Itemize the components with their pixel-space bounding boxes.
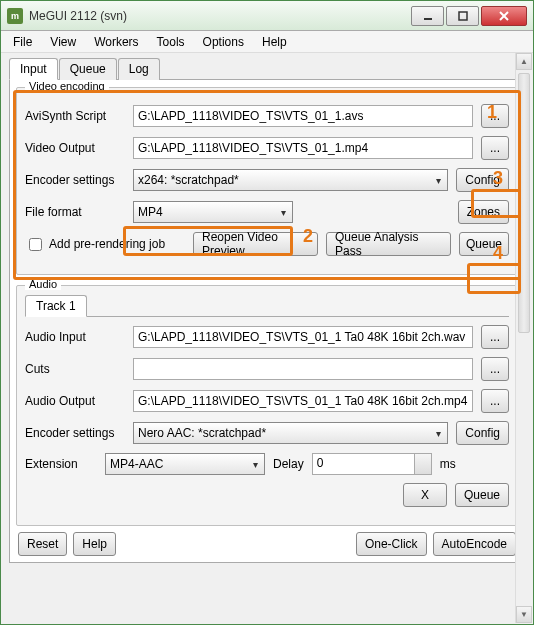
avisynth-browse-button[interactable]: ... [481,104,509,128]
avisynth-label: AviSynth Script [25,109,125,123]
extension-label: Extension [25,457,97,471]
cuts-label: Cuts [25,362,125,376]
delay-unit: ms [440,457,456,471]
close-button[interactable] [481,6,527,26]
audio-delete-button[interactable]: X [403,483,447,507]
audio-output-browse-button[interactable]: ... [481,389,509,413]
help-button[interactable]: Help [73,532,116,556]
reopen-preview-button[interactable]: Reopen Video Preview [193,232,318,256]
video-output-input[interactable]: G:\LAPD_1118\VIDEO_TS\VTS_01_1.mp4 [133,137,473,159]
audio-output-label: Audio Output [25,394,125,408]
window-title: MeGUI 2112 (svn) [29,9,409,23]
menu-options[interactable]: Options [195,33,252,51]
menu-file[interactable]: File [5,33,40,51]
file-format-combo[interactable]: MP4 [133,201,293,223]
scroll-down-icon[interactable]: ▼ [516,606,532,623]
delay-label: Delay [273,457,304,471]
add-prerender-checkbox[interactable] [29,238,42,251]
cuts-browse-button[interactable]: ... [481,357,509,381]
audio-config-button[interactable]: Config [456,421,509,445]
app-icon: m [7,8,23,24]
scroll-up-icon[interactable]: ▲ [516,53,532,70]
maximize-button[interactable] [446,6,479,26]
file-format-label: File format [25,205,125,219]
minimize-button[interactable] [411,6,444,26]
autoencode-button[interactable]: AutoEncode [433,532,516,556]
cuts-field[interactable] [133,358,473,380]
queue-analysis-button[interactable]: Queue Analysis Pass [326,232,451,256]
oneclick-button[interactable]: One-Click [356,532,427,556]
audio-track-tab[interactable]: Track 1 [25,295,87,317]
scroll-thumb[interactable] [518,73,530,333]
menu-view[interactable]: View [42,33,84,51]
audio-encoder-label: Encoder settings [25,426,125,440]
add-prerender-label: Add pre-rendering job [49,237,165,251]
video-output-label: Video Output [25,141,125,155]
menu-workers[interactable]: Workers [86,33,146,51]
menu-tools[interactable]: Tools [149,33,193,51]
video-group-label: Video encoding [25,80,109,92]
encoder-settings-label: Encoder settings [25,173,125,187]
audio-encoder-combo[interactable]: Nero AAC: *scratchpad* [133,422,448,444]
tab-log[interactable]: Log [118,58,160,80]
audio-input-label: Audio Input [25,330,125,344]
extension-combo[interactable]: MP4-AAC [105,453,265,475]
tab-queue[interactable]: Queue [59,58,117,80]
reset-button[interactable]: Reset [18,532,67,556]
audio-input-browse-button[interactable]: ... [481,325,509,349]
video-queue-button[interactable]: Queue [459,232,509,256]
encoder-settings-combo[interactable]: x264: *scratchpad* [133,169,448,191]
menu-help[interactable]: Help [254,33,295,51]
svg-rect-1 [459,12,467,20]
audio-queue-button[interactable]: Queue [455,483,509,507]
audio-input-field[interactable]: G:\LAPD_1118\VIDEO_TS\VTS_01_1 Ta0 48K 1… [133,326,473,348]
zones-button[interactable]: Zones [458,200,509,224]
scrollbar[interactable]: ▲ ▼ [515,53,532,623]
tab-input[interactable]: Input [9,58,58,80]
video-output-browse-button[interactable]: ... [481,136,509,160]
avisynth-input[interactable]: G:\LAPD_1118\VIDEO_TS\VTS_01_1.avs [133,105,473,127]
audio-group-label: Audio [25,278,61,290]
menubar: File View Workers Tools Options Help [1,31,533,53]
video-config-button[interactable]: Config [456,168,509,192]
delay-spinner[interactable]: 0 ▲▼ [312,453,432,475]
audio-output-field[interactable]: G:\LAPD_1118\VIDEO_TS\VTS_01_1 Ta0 48K 1… [133,390,473,412]
